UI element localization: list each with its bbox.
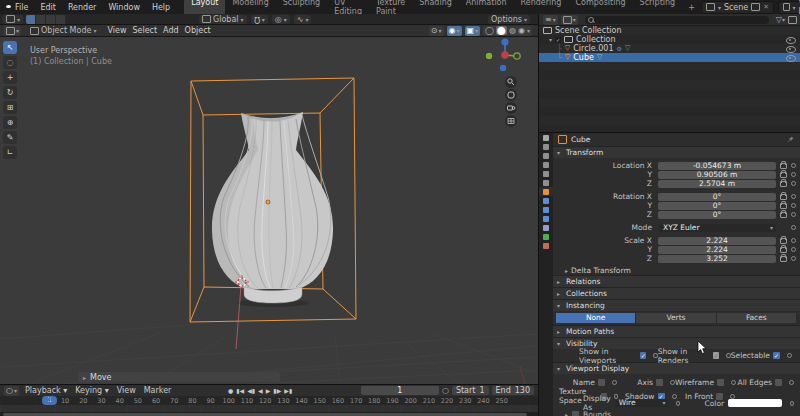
lock-icon[interactable]: [780, 247, 787, 253]
animate-dot[interactable]: [787, 353, 792, 358]
animate-dot[interactable]: [791, 212, 796, 217]
panel-header-collections[interactable]: ▸Collections: [553, 287, 800, 299]
viewport-canvas[interactable]: [0, 37, 538, 384]
outliner-row-circle[interactable]: ├ ▽ Circle.001 ⚙ ▽: [539, 44, 800, 53]
viewport-menu-item[interactable]: View: [105, 26, 128, 35]
tool-button[interactable]: ⊕: [3, 116, 17, 129]
panel-header-transform[interactable]: ▾ Transform: [553, 146, 800, 158]
outliner-row-collection[interactable]: ▾ ✓ Collection: [539, 35, 800, 44]
tool-button[interactable]: ∟: [3, 146, 17, 159]
panel-header-motion-paths[interactable]: ▸Motion Paths: [553, 325, 800, 337]
lock-icon[interactable]: [780, 172, 787, 178]
panel-header-relations[interactable]: ▸Relations: [553, 275, 800, 287]
show-gizmo-toggle[interactable]: ⊙▾: [429, 26, 444, 36]
viewport-nav-buttons[interactable]: [505, 76, 517, 127]
view-layer-selector[interactable]: ▾ View Layer: [778, 1, 800, 14]
value-field[interactable]: 2.224: [658, 246, 776, 254]
animate-dot[interactable]: [791, 203, 796, 208]
checkbox[interactable]: [656, 379, 663, 386]
scene-selector[interactable]: ▾ Scene ✕: [701, 1, 774, 14]
lock-icon[interactable]: [780, 163, 787, 169]
outliner-search-input[interactable]: [585, 16, 769, 24]
viewport-menu-item[interactable]: Add: [161, 26, 181, 35]
xray-toggle[interactable]: ▣▾: [465, 26, 481, 36]
pin-icon[interactable]: 📌︎: [787, 135, 795, 144]
select-mode-invert[interactable]: [56, 15, 66, 24]
properties-tab[interactable]: [539, 160, 553, 169]
value-field[interactable]: XYZ Euler: [658, 224, 776, 232]
value-field[interactable]: 0°: [658, 211, 776, 219]
bounds-checkbox[interactable]: [572, 411, 579, 416]
transport-button[interactable]: ◀▮: [247, 387, 255, 394]
timeline-menu-item[interactable]: Keying ▾: [75, 386, 108, 395]
animate-dot[interactable]: [789, 380, 794, 385]
operator-panel[interactable]: ▸ Move: [78, 372, 280, 382]
select-mode-new[interactable]: [26, 15, 36, 24]
tool-button[interactable]: ✎: [3, 131, 17, 144]
menu-item[interactable]: Window: [102, 3, 146, 12]
transport-button[interactable]: ◀: [258, 387, 263, 394]
current-frame-field[interactable]: 1: [361, 386, 439, 395]
properties-tab[interactable]: [539, 151, 553, 160]
proportional-edit-toggle[interactable]: ◎▾: [272, 15, 290, 24]
lock-icon[interactable]: [780, 212, 787, 218]
navigation-gizmo[interactable]: [486, 38, 520, 71]
options-button[interactable]: Options▾: [488, 15, 530, 24]
snap-toggle[interactable]: Ω▾: [251, 15, 268, 24]
hide-in-viewport-toggle[interactable]: [786, 46, 796, 53]
falloff-dropdown[interactable]: ∿▾: [294, 15, 312, 24]
timeline-menu-item[interactable]: Playback ▾: [25, 386, 67, 395]
lock-icon[interactable]: [780, 203, 787, 209]
properties-tab[interactable]: [539, 241, 553, 250]
orientation-dropdown[interactable]: Global▾: [199, 15, 247, 24]
properties-tab[interactable]: [539, 223, 553, 232]
use-preview-range-icon[interactable]: ○: [442, 386, 449, 395]
animate-dot[interactable]: [791, 194, 796, 199]
value-field[interactable]: -0.054673 m: [658, 162, 776, 170]
hide-in-viewport-toggle[interactable]: [786, 37, 796, 44]
value-field[interactable]: 0°: [658, 202, 776, 210]
tool-button[interactable]: +: [3, 71, 17, 84]
tool-button[interactable]: ↖: [3, 41, 17, 54]
properties-tab[interactable]: [539, 133, 553, 142]
timeline-editor-type-button[interactable]: ○▾: [4, 386, 19, 396]
viewport-menu-item[interactable]: Select: [130, 26, 159, 35]
checkbox[interactable]: [598, 379, 605, 386]
properties-tab[interactable]: [539, 169, 553, 178]
timeline-scrollbar[interactable]: [0, 412, 540, 416]
animate-dot[interactable]: [791, 238, 796, 243]
properties-tab[interactable]: [539, 214, 553, 223]
select-mode-extend[interactable]: [36, 15, 46, 24]
display-as-dropdown[interactable]: Wire: [615, 399, 669, 407]
value-field[interactable]: 3.252: [658, 255, 776, 263]
vase-object[interactable]: [212, 112, 333, 303]
properties-tab[interactable]: [539, 187, 553, 196]
instancing-option-button[interactable]: Faces: [717, 313, 797, 323]
start-frame-field[interactable]: Start1: [452, 386, 489, 395]
value-field[interactable]: 2.5704 m: [658, 180, 776, 188]
value-field[interactable]: 0.90506 m: [658, 171, 776, 179]
editor-type-button[interactable]: ▾: [4, 26, 21, 36]
properties-tab[interactable]: [539, 142, 553, 151]
viewport-menu-item[interactable]: Object: [183, 26, 213, 35]
instancing-option-button[interactable]: None: [556, 313, 636, 323]
viewport-3d[interactable]: User Perspective (1) Collection | Cube ↖…: [0, 37, 538, 384]
properties-tab[interactable]: [539, 232, 553, 241]
select-mode-subtract[interactable]: [46, 15, 56, 24]
animate-dot[interactable]: [791, 225, 796, 230]
properties-tab[interactable]: [539, 196, 553, 205]
bounds-row[interactable]: ▸ Bounds: [553, 409, 800, 416]
menu-item[interactable]: Edit: [34, 3, 62, 12]
menu-item[interactable]: Render: [62, 3, 102, 12]
lock-icon[interactable]: [780, 194, 787, 200]
animate-dot[interactable]: [790, 401, 794, 406]
select-mode-segment[interactable]: [26, 15, 66, 24]
subpanel-delta-transform[interactable]: ▸Delta Transform: [553, 265, 800, 275]
filter-button[interactable]: ▽▾: [776, 15, 785, 24]
transport-button[interactable]: ▶: [266, 387, 271, 394]
menu-item[interactable]: File: [9, 3, 34, 12]
menu-item[interactable]: Help: [146, 3, 176, 12]
outliner-display-mode-button[interactable]: ≡▾: [543, 15, 558, 25]
active-tool-button[interactable]: ▾: [3, 15, 23, 24]
close-icon[interactable]: ✕: [763, 3, 769, 11]
